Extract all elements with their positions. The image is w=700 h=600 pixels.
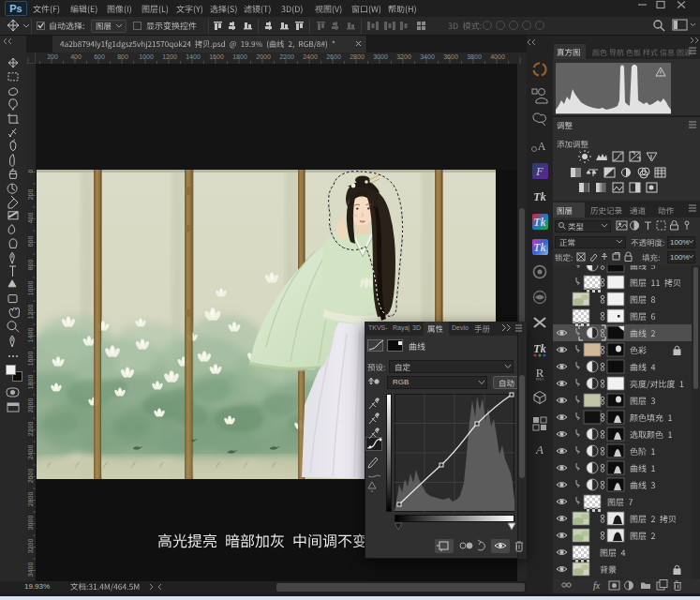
svg-text:600: 600 bbox=[27, 236, 34, 248]
svg-text:A: A bbox=[535, 442, 544, 457]
svg-text:200: 200 bbox=[27, 189, 34, 201]
svg-text:3000: 3000 bbox=[27, 516, 34, 531]
svg-text:1800: 1800 bbox=[27, 375, 34, 390]
svg-text:3600: 3600 bbox=[443, 53, 458, 60]
svg-text:4000: 4000 bbox=[490, 53, 505, 60]
svg-text:2600: 2600 bbox=[326, 53, 341, 60]
svg-text:3400: 3400 bbox=[420, 53, 435, 60]
svg-text:3800: 3800 bbox=[467, 53, 482, 60]
svg-text:1000: 1000 bbox=[27, 281, 34, 296]
svg-text:0: 0 bbox=[27, 169, 34, 172]
svg-text:800: 800 bbox=[27, 260, 34, 271]
svg-text:2800: 2800 bbox=[27, 492, 34, 507]
svg-text:3200: 3200 bbox=[27, 539, 34, 554]
svg-text:3400: 3400 bbox=[27, 562, 34, 578]
svg-text:1600: 1600 bbox=[209, 53, 224, 60]
svg-text:Tk: Tk bbox=[533, 342, 545, 355]
svg-text:fx: fx bbox=[593, 580, 601, 591]
svg-text:PRO: PRO bbox=[536, 377, 544, 382]
svg-text:200: 200 bbox=[47, 53, 58, 60]
svg-text:2600: 2600 bbox=[27, 469, 34, 484]
svg-text:600: 600 bbox=[94, 53, 105, 60]
svg-text:2200: 2200 bbox=[27, 422, 34, 437]
svg-text:1400: 1400 bbox=[27, 328, 34, 343]
svg-text:2400: 2400 bbox=[27, 445, 34, 460]
svg-text:Tk: Tk bbox=[533, 190, 545, 203]
svg-text:400: 400 bbox=[27, 213, 34, 224]
svg-text:2800: 2800 bbox=[350, 53, 365, 60]
svg-text:A: A bbox=[538, 140, 546, 153]
svg-text:1600: 1600 bbox=[27, 352, 34, 367]
svg-text:2200: 2200 bbox=[279, 53, 294, 60]
svg-text:F: F bbox=[535, 165, 544, 178]
svg-text:800: 800 bbox=[117, 53, 128, 60]
svg-text:Tk: Tk bbox=[533, 241, 545, 254]
svg-text:400: 400 bbox=[70, 53, 82, 60]
svg-text:1200: 1200 bbox=[27, 305, 34, 320]
svg-text:1800: 1800 bbox=[232, 53, 247, 60]
svg-text:3000: 3000 bbox=[373, 53, 388, 60]
svg-text:1000: 1000 bbox=[139, 53, 154, 60]
svg-text:3200: 3200 bbox=[396, 53, 411, 60]
svg-text:Tk: Tk bbox=[533, 216, 545, 229]
svg-text:2400: 2400 bbox=[303, 53, 318, 60]
svg-text:1400: 1400 bbox=[186, 53, 201, 60]
svg-text:1200: 1200 bbox=[162, 53, 177, 60]
svg-text:2000: 2000 bbox=[256, 53, 271, 60]
svg-text:2000: 2000 bbox=[27, 398, 34, 413]
